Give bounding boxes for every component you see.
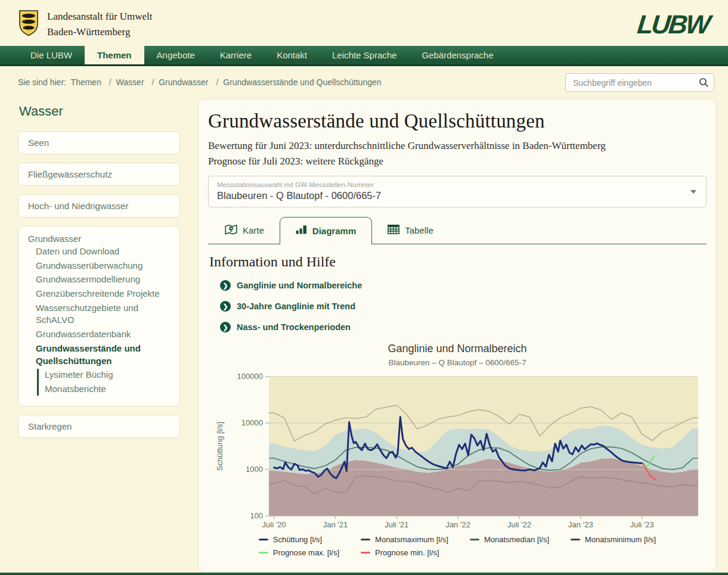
tab-karte-label: Karte [243, 225, 264, 235]
sidebar-item-seen[interactable]: Seen [18, 131, 180, 154]
page-subtitle-bewertung: Bewertung für Juni 2023: unterdurchschni… [208, 138, 707, 154]
lubw-logo[interactable]: LUBW [637, 10, 712, 39]
sidebar-item-grundwasserstaende-active[interactable]: Grundwasserstände und Quellschüttungen [36, 343, 170, 367]
svg-text:Juli '23: Juli '23 [630, 520, 654, 529]
station-select-label: Messstationsauswahl mit GW-Messstellen-N… [217, 181, 686, 188]
info-link-ganglinie[interactable]: ❯ Ganglinie und Normalbereiche [220, 280, 707, 291]
info-link-label: 30-Jahre Ganglinie mit Trend [237, 302, 355, 311]
sidebar-item-grundwassermodellierung[interactable]: Grundwassermodellierung [36, 273, 170, 286]
page-subtitle-prognose: Prognose für Juli 2023: weitere Rückgäng… [208, 154, 707, 169]
tab-diagramm[interactable]: Diagramm [280, 217, 372, 244]
legend-dash-icon [259, 552, 268, 554]
svg-text:1000: 1000 [246, 465, 263, 474]
nav-item-leichte-sprache[interactable]: Leichte Sprache [320, 46, 409, 64]
chevron-right-circle-icon: ❯ [220, 301, 231, 312]
coat-of-arms-icon [18, 10, 39, 39]
breadcrumb-separator: / [216, 77, 218, 87]
svg-text:Schüttung [l/s]: Schüttung [l/s] [215, 421, 224, 470]
chevron-down-icon [690, 190, 696, 194]
legend-dash-icon [259, 539, 268, 540]
breadcrumb-row: Sie sind hier: Themen / Wasser / Grundwa… [0, 66, 728, 94]
legend-label: Prognose min. [l/s] [375, 548, 439, 557]
legend-item-monatsmaximum[interactable]: Monatsmaximum [l/s] [361, 535, 448, 544]
org-name: Landesanstalt für Umwelt Baden-Württembe… [47, 9, 153, 39]
nav-item-gebaerdensprache[interactable]: Gebärdensprache [409, 46, 506, 64]
svg-text:Juli '20: Juli '20 [262, 520, 286, 529]
breadcrumb-item-grundwasser[interactable]: Grundwasser [159, 77, 208, 87]
page-header: Landesanstalt für Umwelt Baden-Württembe… [0, 0, 728, 46]
search-input[interactable] [565, 73, 714, 92]
svg-text:Jan '23: Jan '23 [568, 520, 593, 529]
svg-text:Jan '22: Jan '22 [445, 520, 470, 529]
legend-dash-icon [361, 539, 370, 540]
sidebar-item-fliessgewaesserschutz[interactable]: Fließgewässerschutz [18, 163, 180, 186]
search-box [565, 73, 714, 92]
legend-item-prognose-min[interactable]: Prognose min. [l/s] [361, 548, 448, 557]
chart-subtitle: Blaubeuren – Q Blautopf – 0600/665-7 [208, 358, 707, 367]
legend-label: Monatsmedian [l/s] [484, 535, 549, 544]
svg-text:10000: 10000 [241, 418, 263, 427]
nav-item-die-lubw[interactable]: Die LUBW [18, 46, 85, 64]
legend-label: Schüttung [l/s] [273, 535, 322, 544]
sidebar-item-grundwasser[interactable]: Grundwasser [28, 234, 170, 244]
sidebar-item-grundwasserueberwachung[interactable]: Grundwasserüberwachung [36, 260, 170, 272]
legend-label: Monatsmaximum [l/s] [375, 535, 448, 544]
nav-item-kontakt[interactable]: Kontakt [264, 46, 320, 64]
nav-item-karriere[interactable]: Karriere [207, 46, 264, 64]
sidebar-item-daten-download[interactable]: Daten und Download [36, 245, 170, 258]
ganglinie-chart[interactable]: Juli '20Jan '21Juli '21Jan '22Juli '22Ja… [208, 369, 707, 534]
info-heading: Information und Hilfe [209, 254, 707, 270]
sidebar-item-grundwasserdatenbank[interactable]: Grundwasserdatenbank [36, 328, 170, 341]
sidebar-item-wasserschutzgebiete[interactable]: Wasserschutzgebiete und SchALVO [36, 302, 170, 327]
breadcrumb-item-themen[interactable]: Themen [71, 77, 101, 87]
tab-karte[interactable]: Karte [209, 217, 280, 244]
sidebar-item-starkregen[interactable]: Starkregen [18, 415, 180, 438]
bar-chart-icon [296, 225, 307, 236]
page-title: Grundwasserstände und Quellschüttungen [208, 110, 707, 132]
legend-item-monatsmedian[interactable]: Monatsmedian [l/s] [470, 535, 549, 544]
main-panel: Grundwasserstände und Quellschüttungen B… [198, 99, 717, 572]
search-icon[interactable] [699, 77, 709, 90]
sidebar-group-grundwasser: Grundwasser Daten und Download Grundwass… [18, 226, 180, 406]
breadcrumb-item-wasser[interactable]: Wasser [116, 77, 144, 87]
station-select[interactable]: Messstationsauswahl mit GW-Messstellen-N… [208, 176, 707, 207]
legend-label: Monatsminimum [l/s] [585, 535, 656, 544]
legend-dash-icon [470, 539, 479, 540]
svg-text:Jan '21: Jan '21 [323, 520, 348, 529]
sidebar-item-monatsberichte[interactable]: Monatsberichte [45, 383, 170, 396]
legend-dash-icon [361, 552, 370, 554]
svg-text:Juli '22: Juli '22 [507, 520, 531, 529]
sidebar-item-grenzueberschreitende-projekte[interactable]: Grenzüberschreitende Projekte [36, 288, 170, 300]
info-link-label: Ganglinie und Normalbereiche [237, 281, 362, 290]
footer-top-edge [0, 573, 728, 575]
legend-item-prognose-max[interactable]: Prognose max. [l/s] [259, 548, 339, 557]
station-select-value: Blaubeuren - Q Blautopf - 0600/665-7 [217, 190, 686, 201]
grundwasser-subnav: Daten und Download Grundwasserüberwachun… [28, 245, 170, 396]
table-icon [388, 225, 399, 236]
svg-text:100000: 100000 [237, 372, 263, 381]
sidebar-item-lysimeter-buechig[interactable]: Lysimeter Büchig [45, 369, 170, 381]
sidebar-title: Wasser [19, 104, 180, 119]
svg-text:100: 100 [250, 511, 263, 520]
nav-item-angebote[interactable]: Angebote [144, 46, 207, 64]
legend-item-monatsminimum[interactable]: Monatsminimum [l/s] [571, 535, 656, 544]
map-icon [225, 224, 237, 237]
info-link-nass-trocken[interactable]: ❯ Nass- und Trockenperioden [220, 322, 707, 332]
chart-title: Ganglinie und Normalbereich [208, 343, 707, 355]
chevron-right-circle-icon: ❯ [220, 322, 231, 332]
breadcrumb-prefix: Sie sind hier: [18, 77, 66, 87]
tab-tabelle-label: Tabelle [405, 225, 433, 235]
chart-block: Ganglinie und Normalbereich Blaubeuren –… [208, 343, 707, 557]
tab-tabelle[interactable]: Tabelle [372, 217, 449, 244]
info-link-30-jahre[interactable]: ❯ 30-Jahre Ganglinie mit Trend [220, 301, 707, 312]
chart-legend: Schüttung [l/s] Monatsmaximum [l/s] Mona… [208, 535, 707, 557]
breadcrumb-item-current: Grundwasserstände und Quellschüttungen [223, 77, 381, 87]
legend-dash-icon [571, 539, 580, 540]
legend-item-schuettung[interactable]: Schüttung [l/s] [259, 535, 339, 544]
svg-text:Juli '21: Juli '21 [385, 520, 408, 529]
main-nav: Die LUBW Themen Angebote Karriere Kontak… [0, 46, 728, 66]
tab-diagramm-label: Diagramm [312, 226, 356, 236]
breadcrumb-separator: / [151, 77, 154, 87]
nav-item-themen[interactable]: Themen [85, 46, 144, 64]
sidebar-item-hoch-niedrigwasser[interactable]: Hoch- und Niedrigwasser [18, 194, 180, 217]
